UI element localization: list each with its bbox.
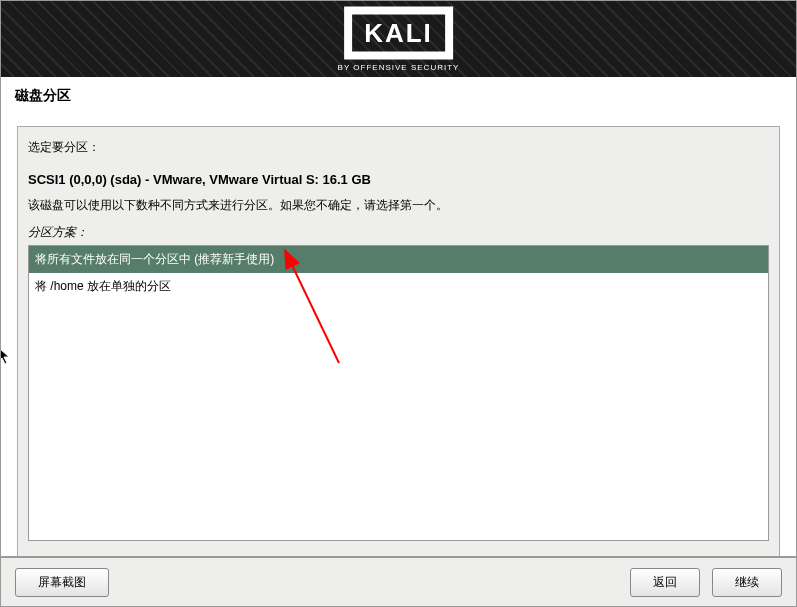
footer-bar: 屏幕截图 返回 继续 — [1, 556, 796, 606]
scheme-label: 分区方案： — [28, 224, 769, 241]
svg-marker-2 — [0, 348, 9, 364]
kali-logo-box: KALI — [344, 7, 453, 60]
back-button[interactable]: 返回 — [630, 568, 700, 597]
option-all-in-one[interactable]: 将所有文件放在同一个分区中 (推荐新手使用) — [29, 246, 768, 273]
instruction-method: 该磁盘可以使用以下数种不同方式来进行分区。如果您不确定，请选择第一个。 — [28, 197, 769, 214]
kali-logo-text: KALI — [364, 18, 433, 49]
screenshot-button[interactable]: 屏幕截图 — [15, 568, 109, 597]
partition-scheme-listbox[interactable]: 将所有文件放在同一个分区中 (推荐新手使用) 将 /home 放在单独的分区 — [28, 245, 769, 541]
page-title: 磁盘分区 — [1, 77, 796, 110]
main-panel: 选定要分区： SCSI1 (0,0,0) (sda) - VMware, VMw… — [17, 126, 780, 558]
disk-info: SCSI1 (0,0,0) (sda) - VMware, VMware Vir… — [28, 172, 769, 187]
continue-button[interactable]: 继续 — [712, 568, 782, 597]
option-separate-home[interactable]: 将 /home 放在单独的分区 — [29, 273, 768, 300]
kali-subtitle: BY OFFENSIVE SECURITY — [338, 63, 460, 72]
mouse-cursor-icon — [0, 347, 12, 365]
instruction-select: 选定要分区： — [28, 139, 769, 156]
logo-container: KALI BY OFFENSIVE SECURITY — [338, 7, 460, 72]
header-banner: KALI BY OFFENSIVE SECURITY — [1, 1, 796, 77]
